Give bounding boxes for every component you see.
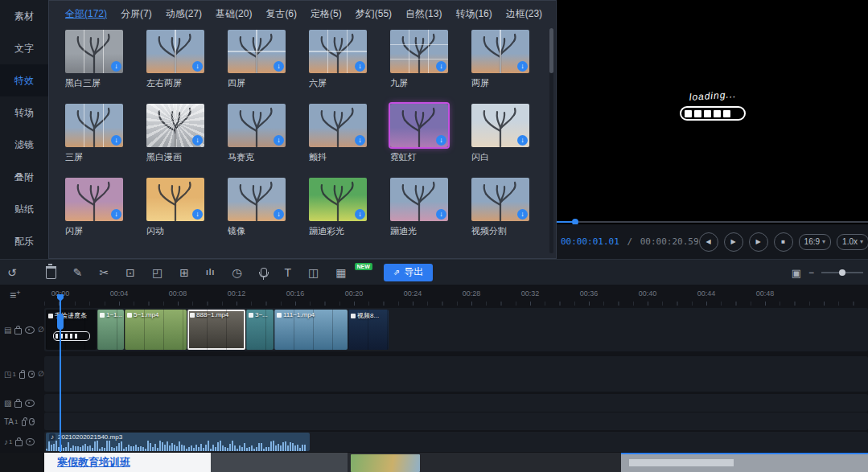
timeline-clip[interactable]: 5~1.mp4	[125, 310, 187, 350]
download-icon[interactable]: ↓	[274, 209, 284, 220]
prev-frame-button[interactable]: ◀	[699, 232, 718, 252]
effects-scrollbar[interactable]	[549, 28, 553, 253]
background-link-text[interactable]: 寒假教育培训班	[57, 455, 211, 470]
zoom-out-icon[interactable]: −	[808, 267, 814, 278]
eye-icon[interactable]	[25, 400, 35, 407]
effect-item[interactable]: ↓ 蹦迪彩光	[309, 178, 367, 252]
mute-icon[interactable]: ∅	[38, 370, 44, 378]
tab-dynamic[interactable]: 动感(27)	[166, 7, 202, 23]
track-lane[interactable]	[44, 356, 868, 392]
tab-basic[interactable]: 基础(20)	[216, 7, 252, 23]
effect-item[interactable]: ↓ 两屏	[471, 30, 529, 104]
effect-item[interactable]: ↓ 三屏	[65, 104, 123, 178]
text-tool-icon[interactable]: T	[284, 267, 291, 278]
lock-icon[interactable]	[22, 420, 27, 426]
sidebar-item-filters[interactable]: 滤镜	[0, 129, 48, 161]
crop-icon[interactable]: ⊡	[125, 267, 135, 278]
sidebar-item-stickers[interactable]: 贴纸	[0, 193, 48, 225]
duration-clock-icon[interactable]: ◷	[232, 267, 241, 278]
download-icon[interactable]: ↓	[111, 135, 121, 146]
effect-item[interactable]: ↓ 九屏	[390, 30, 448, 104]
fit-timeline-icon[interactable]: ▣	[792, 267, 801, 279]
timeline-clip[interactable]: 111~1.mp4	[274, 310, 348, 350]
zoom-slider-knob[interactable]	[839, 269, 845, 276]
effect-item[interactable]: ↓ 黑白漫画	[146, 104, 204, 178]
sidebar-item-transitions[interactable]: 转场	[0, 96, 48, 129]
timeline-clip[interactable]: 1~1...	[97, 310, 124, 350]
mosaic-icon[interactable]: ▦	[335, 267, 346, 278]
download-icon[interactable]: ↓	[436, 209, 446, 220]
timeline-clip[interactable]: 888~1.mp4	[187, 310, 245, 350]
download-icon[interactable]: ↓	[355, 135, 365, 146]
timeline-clip[interactable]: 3~...	[246, 310, 274, 350]
timeline-clip[interactable]: 视频8...	[348, 310, 389, 350]
effect-item[interactable]: ↓ 闪屏	[65, 178, 123, 252]
export-button[interactable]: ⇗ 导出	[384, 264, 433, 281]
effect-item[interactable]: ↓ 闪动	[146, 178, 204, 252]
timeline-clip[interactable]: 手绘进度条	[46, 310, 97, 350]
track-lane[interactable]	[44, 394, 868, 412]
effect-item[interactable]: ↓ 霓虹灯	[390, 104, 448, 178]
undo-icon[interactable]: ↺	[7, 267, 17, 278]
eye-icon[interactable]	[26, 438, 35, 445]
microphone-icon[interactable]	[261, 268, 267, 277]
tab-border[interactable]: 边框(23)	[506, 7, 542, 23]
effect-item[interactable]: ↓ 颤抖	[309, 104, 367, 178]
eye-icon[interactable]	[28, 371, 35, 378]
sidebar-item-effects[interactable]: 特效	[0, 64, 48, 96]
download-icon[interactable]: ↓	[274, 61, 284, 72]
lock-icon[interactable]	[15, 440, 22, 446]
effect-item[interactable]: ↓ 黑白三屏	[65, 30, 123, 104]
background-window-fragment[interactable]	[211, 453, 348, 472]
effect-item[interactable]: ↓ 视频分割	[471, 178, 529, 252]
background-window-fragment[interactable]	[348, 453, 621, 472]
scrollbar-thumb[interactable]	[549, 28, 553, 73]
aspect-ratio-select[interactable]: 16:9 ▾	[799, 234, 831, 250]
background-window-fragment[interactable]	[621, 453, 868, 472]
timeline-ruler[interactable]: ≡+ 00:0000:0400:0800:1200:1600:2000:2400…	[0, 285, 868, 306]
next-frame-button[interactable]: ▶	[749, 232, 768, 252]
download-icon[interactable]: ↓	[436, 135, 446, 146]
add-track-button[interactable]: ≡+	[10, 289, 20, 302]
playhead[interactable]	[60, 294, 61, 452]
playback-speed-select[interactable]: 1.0x ▾	[837, 234, 868, 250]
download-icon[interactable]: ↓	[111, 61, 121, 72]
download-icon[interactable]: ↓	[274, 135, 284, 146]
background-browser-window[interactable]: 寒假教育培训班	[44, 453, 211, 472]
tab-nature[interactable]: 自然(13)	[405, 7, 442, 23]
split-screen-icon[interactable]: ⊞	[179, 267, 189, 278]
effect-item[interactable]: ↓ 马赛克	[228, 104, 286, 178]
tab-retro[interactable]: 复古(6)	[265, 7, 297, 23]
tab-all[interactable]: 全部(172)	[65, 7, 107, 23]
sidebar-item-overlays[interactable]: 叠附	[0, 161, 48, 193]
audio-clip[interactable]: ♪ 20210202021540.mp3	[46, 433, 310, 451]
download-icon[interactable]: ↓	[192, 135, 203, 146]
edit-icon[interactable]: ✎	[73, 267, 83, 278]
canvas-icon[interactable]: ◰	[152, 267, 162, 278]
effect-item[interactable]: ↓ 四屏	[228, 30, 286, 104]
sidebar-item-music[interactable]: 配乐	[0, 225, 48, 257]
eye-icon[interactable]	[29, 418, 35, 425]
effect-item[interactable]: ↓ 左右两屏	[146, 30, 204, 104]
trash-icon[interactable]	[46, 266, 56, 279]
effect-item[interactable]: ↓ 闪白	[471, 104, 529, 178]
download-icon[interactable]: ↓	[111, 209, 121, 220]
download-icon[interactable]: ↓	[517, 135, 528, 146]
tab-dream[interactable]: 梦幻(55)	[356, 7, 392, 23]
download-icon[interactable]: ↓	[517, 209, 528, 220]
lock-icon[interactable]	[19, 372, 25, 379]
download-icon[interactable]: ↓	[355, 209, 365, 220]
effect-item[interactable]: ↓ 蹦迪光	[390, 178, 448, 252]
download-icon[interactable]: ↓	[192, 209, 203, 220]
zoom-slider[interactable]	[821, 272, 863, 273]
audio-mixer-icon[interactable]: ılı	[206, 269, 215, 277]
lock-icon[interactable]	[14, 401, 22, 408]
sidebar-item-text[interactable]: 文字	[0, 32, 48, 64]
playhead-pin[interactable]	[57, 314, 64, 330]
stop-button[interactable]: ■	[774, 232, 793, 252]
tab-transition[interactable]: 转场(16)	[455, 7, 492, 23]
effect-item[interactable]: ↓ 镜像	[228, 178, 286, 252]
sidebar-item-media[interactable]: 素材	[0, 0, 48, 32]
download-icon[interactable]: ↓	[192, 61, 203, 72]
play-button[interactable]: ▶	[724, 232, 743, 252]
